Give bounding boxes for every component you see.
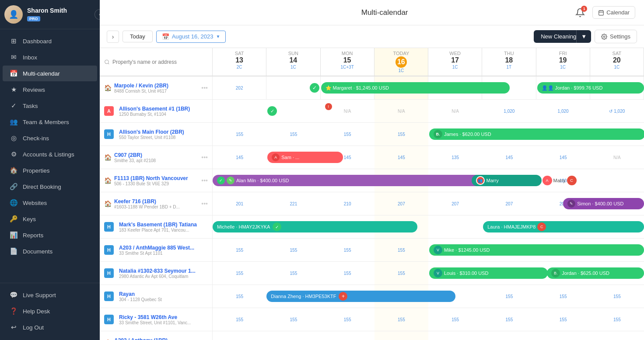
date-selector[interactable]: 📅 August 16, 2023 ▼ [156, 31, 226, 43]
sidebar-item-tasks[interactable]: ✓ Tasks [3, 98, 97, 114]
property-info: Ricky - 3581 W26th Ave 33 Smithe Street,… [119, 314, 208, 325]
day-header-fri19: FRI 19 1C [536, 48, 590, 76]
sidebar-item-live-support[interactable]: 💬 Live Support [3, 287, 97, 303]
new-cleaning-button[interactable]: New Cleaning [534, 30, 576, 43]
property-info: Natalia #1302-833 Seymour 1... 2980 Atla… [119, 268, 208, 279]
pen-icon-small: ✎ [567, 200, 575, 208]
day-cell: 🌙 2.7 100 [482, 169, 536, 192]
sidebar-item-label: Keys [23, 216, 36, 222]
property-address: 2980 Atlantic Av Apt 604, Coquitlam [119, 274, 208, 279]
property-name[interactable]: Allison's Basement #1 (1BR) [119, 106, 208, 112]
sidebar-item-multi-calendar[interactable]: 📅 Multi-calendar [3, 66, 97, 81]
property-info: A203 / AnthMaggie 885 West... 33 Smithe … [119, 245, 208, 256]
day-cell: 207 [428, 192, 482, 215]
sidebar-item-dashboard[interactable]: ⊞ Dashboard [3, 33, 97, 49]
more-options-button[interactable]: ••• [201, 200, 208, 207]
avatar-B2: B. [551, 269, 560, 278]
notification-badge: 1 [581, 6, 587, 12]
more-options-button[interactable]: ••• [201, 84, 208, 91]
property-name[interactable]: A203 / AnthMaggie 885 West... [119, 245, 208, 251]
house-icon: 🏠 [104, 177, 112, 184]
more-options-button[interactable]: ••• [201, 154, 208, 161]
booking-guest: Sam · ... [281, 155, 299, 160]
prev-arrow-button[interactable]: › [107, 31, 119, 43]
day-cell: 155 [266, 239, 320, 261]
sidebar-item-documents[interactable]: 📄 Documents [3, 243, 97, 259]
sidebar-item-team[interactable]: 👥 Team & Members [3, 114, 97, 130]
day-cell: 201 [213, 192, 266, 215]
sidebar-item-websites[interactable]: 🌐 Websites [3, 195, 97, 211]
calendar-header-row: SAT 13 2C SUN 14 1C MON 15 1C+3T TODAY 1… [100, 48, 644, 76]
sidebar-item-label: Team & Members [23, 119, 69, 125]
property-name[interactable]: Natalia #1302-833 Seymour 1... [119, 268, 208, 274]
sidebar-item-label: Live Support [23, 292, 56, 298]
property-info: A203 / Anthony (1BR) 8488 Cornish St, Un… [114, 337, 208, 340]
more-options-button[interactable]: ••• [201, 177, 208, 184]
property-name[interactable]: F1113 (1BR) North Vancouver [114, 175, 199, 181]
svg-point-5 [105, 60, 109, 64]
property-name[interactable]: C907 (2BR) [114, 152, 199, 158]
sidebar-item-keys[interactable]: 🔑 Keys [3, 211, 97, 227]
property-name[interactable]: Rayan [119, 291, 208, 297]
property-search-input[interactable] [112, 59, 208, 65]
property-name[interactable]: Marpole / Kevin (2BR) [114, 83, 199, 89]
day-cell [428, 262, 482, 284]
reviews-icon: ★ [9, 86, 18, 94]
pen-mini: ✎ [227, 177, 234, 184]
platform-icon: H [104, 129, 114, 139]
day-cell [428, 123, 482, 146]
sidebar-header: 👤 Sharon Smith PRO ‹ [0, 0, 100, 29]
new-cleaning-dropdown[interactable]: ▼ [576, 30, 591, 43]
booking-guest: Laura · HMAJEJMKP8 [487, 224, 536, 229]
calendar-view-button[interactable]: Calendar [592, 6, 635, 19]
airbnb-mini-icon: A [272, 153, 280, 161]
inbox-icon: ✉ [9, 53, 18, 61]
table-row: A Allison's Basement #1 (1BR) 1250 Burna… [100, 100, 644, 123]
day-cell [590, 169, 644, 192]
property-name[interactable]: Ricky - 3581 W26th Ave [119, 314, 208, 320]
day-cell: 155 [321, 285, 374, 308]
sidebar-item-direct-booking[interactable]: 🔗 Direct Booking [3, 179, 97, 194]
property-name[interactable]: Allison's Main Floor (2BR) [119, 129, 208, 135]
day-cell [590, 192, 644, 215]
day-cell-today [374, 215, 428, 238]
sidebar-item-checkins[interactable]: ◎ Check-ins [3, 130, 97, 146]
property-name[interactable]: A203 / Anthony (1BR) [114, 337, 208, 340]
day-cell: ↺ 1,020 [590, 100, 644, 122]
booking-guest: Louis · $310.00 USD [444, 271, 489, 276]
table-row: H Rayan 304 - 1128 Quebec St 155 155 155… [100, 285, 644, 308]
day-cell [266, 215, 320, 238]
day-cell: 155 [428, 308, 482, 331]
sidebar-item-inbox[interactable]: ✉ Inbox [3, 49, 97, 65]
property-name[interactable]: Keefer 716 (1BR) [114, 198, 199, 205]
sidebar-item-help-desk[interactable]: ❓ Help Desk [3, 303, 97, 319]
sidebar-item-label: Dashboard [23, 38, 52, 45]
day-cell: 155 [213, 123, 266, 146]
booking-guest: Simon · $400.00 USD [577, 201, 623, 206]
settings-button[interactable]: Settings [595, 30, 637, 43]
day-cell: 209 [536, 192, 590, 215]
accounts-icon: ⚙ [9, 150, 18, 158]
notification-button[interactable]: 1 [573, 6, 587, 20]
day-cell: 155 [266, 285, 320, 308]
sidebar-item-reports[interactable]: 📊 Reports [3, 227, 97, 243]
property-name[interactable]: Mark's Basement (1BR) Tatiana [119, 222, 208, 228]
sidebar-item-accounts[interactable]: ⚙ Accounts & Listings [3, 146, 97, 162]
tasks-icon: ✓ [9, 102, 18, 110]
day-header-sat13: SAT 13 2C [213, 48, 266, 76]
day-cell [428, 215, 482, 238]
avatar-C: C [567, 176, 577, 185]
avatar-C2: C [537, 222, 546, 231]
property-address: 33 Smithe St Apt 1101 [119, 251, 208, 256]
property-cell: 🏠 Keefer 716 (1BR) #1603-1188 W Pender 1… [100, 192, 213, 215]
booking-guest: Jordan · $625.00 USD [562, 271, 609, 276]
calendar-icon: 📅 [9, 69, 18, 77]
today-button[interactable]: Today [122, 31, 153, 42]
day-cell-today: 145 [374, 146, 428, 169]
sidebar-item-properties[interactable]: 🏠 Properties [3, 163, 97, 178]
sidebar-item-reviews[interactable]: ★ Reviews [3, 82, 97, 97]
sidebar-item-label: Accounts & Listings [23, 151, 74, 158]
day-cell: 221 [266, 192, 320, 215]
sidebar-item-log-out[interactable]: ↩ Log Out [3, 319, 97, 335]
day-cell-today: N/A [374, 100, 428, 122]
